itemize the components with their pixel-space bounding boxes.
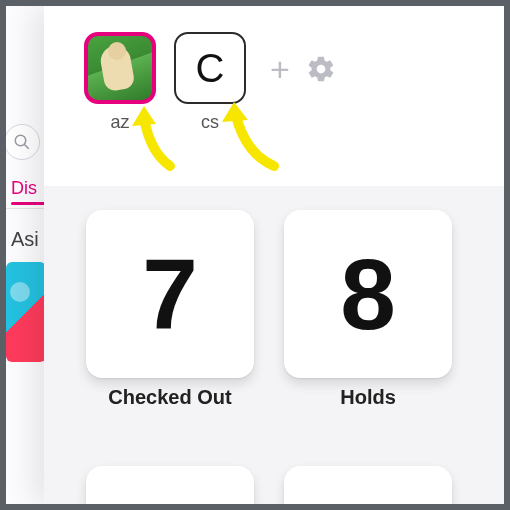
profile-panel: az C cs + [44, 6, 504, 504]
tile-label: Holds [284, 386, 452, 416]
search-icon [13, 133, 31, 151]
profile-label: az [110, 112, 129, 133]
dashboard: 7 8 Checked Out Holds [44, 186, 504, 504]
svg-line-1 [24, 144, 29, 149]
avatar [84, 32, 156, 104]
profile-az[interactable]: az [84, 32, 156, 133]
search-button[interactable] [6, 124, 40, 160]
tile-holds[interactable]: 8 [284, 210, 452, 378]
section-label: Asi [11, 228, 39, 251]
profile-label: cs [201, 112, 219, 133]
svg-point-0 [15, 135, 26, 146]
gear-icon [306, 54, 336, 84]
add-profile-button[interactable]: + [270, 52, 290, 86]
profile-cs[interactable]: C cs [174, 32, 246, 133]
avatar: C [174, 32, 246, 104]
content-card[interactable] [6, 262, 46, 362]
tile-label: Checked Out [86, 386, 254, 416]
tile[interactable] [86, 466, 254, 504]
tile-checked-out[interactable]: 7 [86, 210, 254, 378]
tile[interactable] [284, 466, 452, 504]
settings-button[interactable] [306, 54, 336, 84]
tab-discover[interactable]: Dis [11, 178, 37, 199]
